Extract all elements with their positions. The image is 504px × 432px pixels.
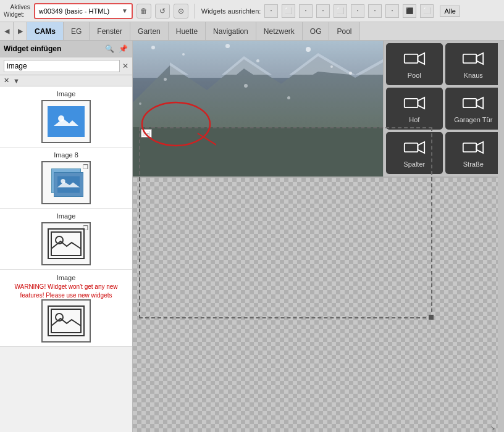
widget-warning-label: WARNING! Widget won't get any new featur… bbox=[14, 283, 117, 299]
small-image-placeholder bbox=[141, 129, 152, 138]
image-blue-icon bbox=[48, 106, 85, 137]
svg-marker-20 bbox=[477, 98, 484, 109]
toolbar: Aktives Widget: w00349 (basic - HTML) ▼ … bbox=[0, 0, 504, 22]
dropdown-arrow-icon: ▼ bbox=[122, 7, 128, 14]
widget-icon-box bbox=[41, 299, 91, 343]
list-item[interactable]: Image WARNING! Widget won't get any new … bbox=[0, 270, 132, 347]
svg-rect-19 bbox=[463, 98, 477, 107]
main-area: Widget einfügen 🔍 📌 ✕ ✕ ▼ Image bbox=[0, 41, 504, 432]
tab-fenster[interactable]: Fenster bbox=[90, 22, 130, 40]
svg-marker-18 bbox=[418, 98, 424, 109]
circle-button[interactable]: ⊙ bbox=[174, 4, 188, 19]
align-label: Widgets ausrichten: bbox=[201, 7, 261, 15]
svg-marker-22 bbox=[418, 142, 424, 153]
canvas-area: Pool Knaus Hof bbox=[133, 41, 504, 432]
cam-hof-button[interactable]: Hof bbox=[386, 88, 443, 130]
widget-list: Image Image 8 ❐ bbox=[0, 86, 132, 432]
canvas-checker-area bbox=[133, 178, 504, 432]
svg-marker-16 bbox=[477, 53, 484, 64]
list-item[interactable]: Image ❐ bbox=[0, 209, 132, 270]
svg-rect-11 bbox=[51, 309, 81, 333]
cam-pool-button[interactable]: Pool bbox=[386, 43, 443, 85]
delete-button[interactable]: 🗑 bbox=[136, 4, 151, 19]
filter-row: ✕ ▼ bbox=[0, 75, 132, 86]
widget-icon-box: ❐ bbox=[41, 161, 91, 204]
align-center-h-button[interactable]: ⬜ bbox=[282, 4, 295, 18]
cam-strasse-label: Straße bbox=[463, 160, 484, 168]
tab-netzwerk[interactable]: Netzwerk bbox=[256, 22, 303, 40]
copy-icon: ❐ bbox=[83, 225, 88, 231]
align-right-button[interactable]: ⬝ bbox=[299, 4, 313, 18]
widget-icon-box: ❐ bbox=[41, 222, 91, 265]
landscape-image bbox=[133, 41, 383, 177]
panel-search-icon[interactable]: 🔍 bbox=[104, 43, 115, 54]
distribute-h-button[interactable]: ⬝ bbox=[368, 4, 382, 18]
cam-panel: Pool Knaus Hof bbox=[384, 41, 504, 177]
refresh-button[interactable]: ↺ bbox=[155, 4, 170, 19]
widget-label: Image 8 bbox=[54, 151, 78, 159]
landscape-bg bbox=[133, 41, 383, 177]
alle-button[interactable]: Alle bbox=[440, 6, 460, 17]
svg-rect-21 bbox=[405, 143, 418, 151]
filter-clear-icon[interactable]: ✕ bbox=[4, 77, 9, 85]
widget-dropdown[interactable]: w00349 (basic - HTML) ▼ bbox=[34, 3, 133, 19]
resize-arrow-icon: ↘ bbox=[490, 425, 495, 431]
cam-spalter-icon bbox=[403, 139, 426, 158]
grid-button[interactable]: ⬛ bbox=[403, 4, 416, 18]
search-input[interactable] bbox=[4, 60, 120, 72]
svg-rect-9 bbox=[51, 232, 81, 255]
align-top-button[interactable]: ⬝ bbox=[316, 4, 330, 18]
widget-label: Image bbox=[57, 90, 76, 98]
search-row: ✕ bbox=[0, 57, 132, 75]
filter-dropdown[interactable]: ▼ bbox=[13, 77, 128, 85]
widget-label: Image bbox=[57, 274, 76, 281]
tab-garten[interactable]: Garten bbox=[130, 22, 169, 40]
widget-icon-box bbox=[41, 100, 91, 143]
list-item[interactable]: Image 8 ❐ bbox=[0, 147, 132, 209]
tab-bar: ◀ ▶ CAMs EG Fenster Garten Huette Naviga… bbox=[0, 22, 504, 41]
tab-pool[interactable]: Pool bbox=[329, 22, 359, 40]
image-outline2-icon bbox=[48, 305, 85, 336]
widget-name: w00349 (basic - HTML) bbox=[39, 7, 109, 15]
cam-knaus-label: Knaus bbox=[464, 72, 483, 79]
left-panel: Widget einfügen 🔍 📌 ✕ ✕ ▼ Image bbox=[0, 41, 133, 432]
panel-title: Widget einfügen bbox=[4, 44, 101, 53]
cam-strasse-button[interactable]: Straße bbox=[445, 132, 502, 174]
clear-search-button[interactable]: ✕ bbox=[122, 62, 128, 70]
widget-label: Image bbox=[57, 212, 76, 220]
align-left-button[interactable]: ⬝ bbox=[264, 4, 278, 18]
align-bottom-button[interactable]: ⬝ bbox=[351, 4, 364, 18]
cam-garagen-icon bbox=[462, 94, 484, 114]
panel-header: Widget einfügen 🔍 📌 bbox=[0, 41, 132, 57]
image-outline-icon bbox=[48, 228, 85, 259]
separator bbox=[195, 4, 195, 19]
tab-eg[interactable]: EG bbox=[64, 22, 90, 40]
svg-rect-15 bbox=[463, 54, 477, 62]
svg-marker-14 bbox=[418, 53, 424, 64]
align-center-v-button[interactable]: ⬜ bbox=[334, 4, 347, 18]
cam-garagen-button[interactable]: Garagen Tür bbox=[445, 88, 502, 130]
cam-strasse-icon bbox=[462, 139, 484, 158]
cam-spalter-label: Spalter bbox=[403, 160, 425, 168]
tab-huette[interactable]: Huette bbox=[169, 22, 206, 40]
cam-knaus-button[interactable]: Knaus bbox=[445, 43, 502, 85]
tab-nav-next[interactable]: ▶ bbox=[14, 22, 27, 40]
cam-hof-icon bbox=[403, 94, 426, 114]
tab-navigation[interactable]: Navigation bbox=[206, 22, 256, 40]
size-button[interactable]: ⬜ bbox=[420, 4, 434, 18]
svg-rect-17 bbox=[405, 98, 418, 107]
distribute-v-button[interactable]: ⬝ bbox=[385, 4, 399, 18]
tab-cams[interactable]: CAMs bbox=[27, 22, 64, 40]
cam-spalter-button[interactable]: Spalter bbox=[386, 132, 443, 174]
svg-rect-25 bbox=[143, 131, 149, 136]
svg-marker-24 bbox=[477, 142, 484, 153]
svg-rect-13 bbox=[405, 54, 418, 62]
tab-og[interactable]: OG bbox=[303, 22, 330, 40]
svg-rect-23 bbox=[463, 143, 477, 151]
cam-pool-icon bbox=[403, 50, 426, 69]
cam-garagen-label: Garagen Tür bbox=[454, 116, 492, 123]
tab-nav-prev[interactable]: ◀ bbox=[0, 22, 14, 40]
panel-pin-icon[interactable]: 📌 bbox=[117, 43, 128, 54]
list-item[interactable]: Image bbox=[0, 86, 132, 147]
right-strip bbox=[498, 41, 504, 432]
